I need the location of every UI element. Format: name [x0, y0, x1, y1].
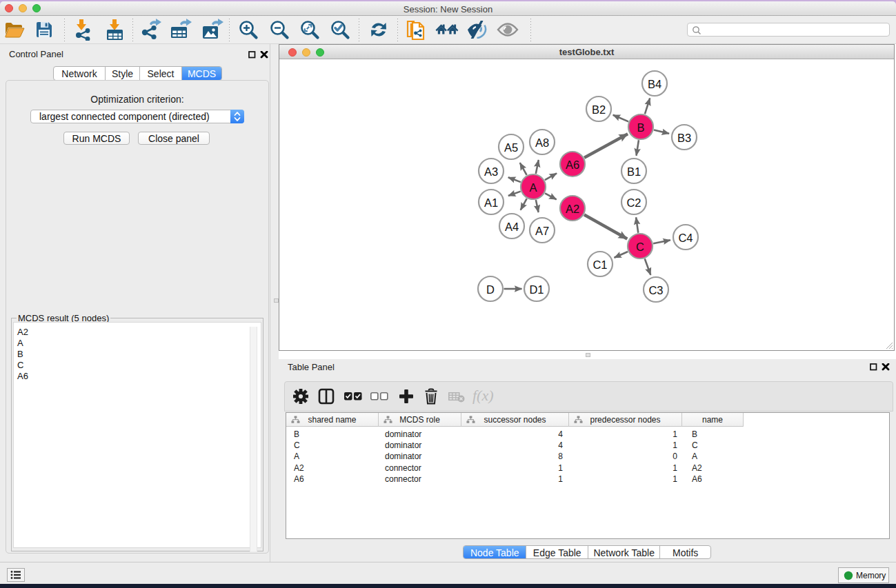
svg-text:B3: B3 [677, 132, 691, 144]
svg-text:C3: C3 [648, 284, 663, 296]
svg-text:A8: A8 [535, 136, 549, 149]
svg-text:C: C [636, 241, 644, 253]
svg-text:B1: B1 [627, 165, 641, 178]
svg-text:A7: A7 [535, 225, 549, 237]
svg-text:C2: C2 [626, 196, 641, 209]
svg-text:C4: C4 [678, 232, 693, 244]
svg-text:A4: A4 [505, 221, 519, 233]
svg-text:C1: C1 [593, 258, 607, 271]
svg-text:B: B [637, 121, 644, 134]
svg-text:A6: A6 [566, 159, 579, 171]
svg-text:A1: A1 [484, 196, 498, 209]
svg-text:A: A [529, 181, 537, 194]
svg-text:A5: A5 [504, 141, 518, 154]
svg-text:B4: B4 [648, 78, 661, 90]
svg-text:D1: D1 [529, 283, 544, 296]
svg-text:A2: A2 [566, 203, 579, 215]
svg-text:B2: B2 [592, 103, 606, 116]
svg-text:A3: A3 [484, 165, 498, 178]
svg-text:D: D [486, 283, 495, 296]
